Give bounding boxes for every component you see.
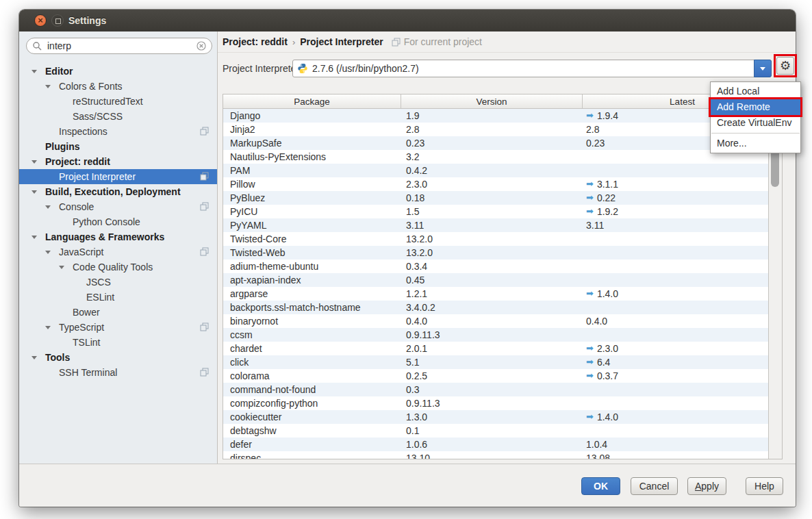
latest-cell: ➡6.4 [583, 355, 768, 369]
table-row[interactable]: Twisted-Core13.2.0 [223, 232, 768, 246]
sidebar-item-restructuredtext[interactable]: reStructuredText [19, 94, 217, 109]
expand-arrow-icon[interactable] [31, 236, 37, 239]
sidebar-item-label: Sass/SCSS [73, 111, 123, 122]
table-row[interactable]: Twisted-Web13.2.0 [223, 246, 768, 260]
table-row[interactable]: backports.ssl-match-hostname3.4.0.2 [223, 301, 768, 314]
version-cell: 1.3.0 [401, 410, 583, 424]
table-row[interactable]: Nautilus-PyExtensions3.2 [223, 150, 768, 164]
interpreter-combobox[interactable]: 2.7.6 (/usr/bin/python2.7) [292, 60, 772, 77]
copy-settings-icon [200, 127, 209, 136]
package-cell: Pillow [223, 177, 401, 191]
version-cell: 2.3.0 [401, 177, 583, 191]
table-row[interactable]: compizconfig-python0.9.11.3 [223, 396, 768, 410]
expand-arrow-icon[interactable] [45, 205, 51, 209]
package-cell: chardet [223, 342, 401, 355]
table-row[interactable]: debtagshw0.1 [223, 424, 768, 438]
ok-button[interactable]: OK [581, 477, 620, 495]
sidebar-item-typescript[interactable]: TypeScript [19, 320, 217, 335]
expand-arrow-icon[interactable] [59, 266, 64, 269]
help-button[interactable]: Help [746, 477, 783, 495]
table-header: Package Version Latest [223, 94, 782, 109]
menu-item-create-virtualenv[interactable]: Create VirtualEnv [711, 115, 800, 131]
table-row[interactable]: Pillow2.3.0➡3.1.1 [223, 177, 768, 191]
sidebar-item-sass-scss[interactable]: Sass/SCSS [19, 109, 217, 124]
table-row[interactable]: adium-theme-ubuntu0.3.4 [223, 260, 768, 273]
apply-button[interactable]: Apply [687, 477, 726, 495]
sidebar-item-tslint[interactable]: TSLint [19, 335, 217, 350]
sidebar-item-javascript[interactable]: JavaScript [19, 244, 217, 260]
column-header-version[interactable]: Version [401, 94, 583, 108]
latest-cell [583, 164, 768, 177]
table-row[interactable]: command-not-found0.3 [223, 383, 768, 396]
sidebar-item-console[interactable]: Console [19, 199, 217, 214]
table-row[interactable]: Jinja22.82.8 [223, 123, 768, 136]
version-cell: 1.0.6 [401, 438, 583, 451]
sidebar-item-jscs[interactable]: JSCS [19, 275, 217, 290]
sidebar-item-inspections[interactable]: Inspections [19, 124, 217, 139]
interpreter-dropdown-button[interactable] [754, 60, 772, 77]
table-row[interactable]: argparse1.2.1➡1.4.0 [223, 287, 768, 301]
expand-arrow-icon[interactable] [31, 70, 37, 73]
sidebar-item-code-quality-tools[interactable]: Code Quality Tools [19, 260, 217, 275]
table-row[interactable]: MarkupSafe0.230.23 [223, 136, 768, 150]
table-row[interactable]: cookiecutter1.3.0➡1.4.0 [223, 410, 768, 424]
menu-item-more[interactable]: More... [711, 136, 800, 151]
sidebar-item-ssh-terminal[interactable]: SSH Terminal [19, 365, 217, 380]
breadcrumb: Project: reddit › Project Interpreter Fo… [218, 31, 796, 53]
sidebar-item-editor[interactable]: Editor [19, 64, 217, 79]
version-cell: 2.0.1 [401, 342, 583, 355]
search-field[interactable] [26, 38, 212, 54]
table-row[interactable]: binaryornot0.4.00.4.0 [223, 314, 768, 328]
package-cell: cookiecutter [223, 410, 401, 424]
expand-arrow-icon[interactable] [31, 160, 37, 164]
sidebar-item-colors-fonts[interactable]: Colors & Fonts [19, 79, 217, 94]
table-row[interactable]: chardet2.0.1➡2.3.0 [223, 342, 768, 355]
table-row[interactable]: PAM0.4.2 [223, 164, 768, 177]
table-row[interactable]: PyYAML3.113.11 [223, 218, 768, 232]
sidebar-item-eslint[interactable]: ESLint [19, 290, 217, 305]
expand-arrow-icon[interactable] [45, 251, 51, 254]
sidebar-item-bower[interactable]: Bower [19, 305, 217, 320]
sidebar-item-languages-frameworks[interactable]: Languages & Frameworks [19, 229, 217, 244]
table-row[interactable]: ccsm0.9.11.3 [223, 328, 768, 342]
table-row[interactable]: PyICU1.5➡1.9.2 [223, 205, 768, 218]
maximize-icon[interactable] [51, 14, 64, 27]
latest-cell: ➡3.1.1 [583, 177, 768, 191]
sidebar-item-build-execution-deployment[interactable]: Build, Execution, Deployment [19, 184, 217, 199]
clear-icon[interactable] [196, 41, 206, 51]
expand-arrow-icon[interactable] [31, 190, 37, 194]
gear-button[interactable]: ⚙ [776, 57, 794, 75]
table-row[interactable]: apt-xapian-index0.45 [223, 273, 768, 287]
menu-item-add-local[interactable]: Add Local [711, 84, 800, 99]
breadcrumb-project[interactable]: Project: reddit [223, 36, 288, 47]
cancel-button[interactable]: Cancel [631, 477, 678, 495]
table-row[interactable]: Django1.9➡1.9.4 [223, 109, 768, 123]
sidebar-item-project-interpreter[interactable]: Project Interpreter [19, 169, 217, 184]
table-row[interactable]: dirspec13.1013.08 [223, 451, 768, 459]
table-row[interactable]: colorama0.2.5➡0.3.7 [223, 369, 768, 383]
sidebar-item-label: Tools [45, 352, 70, 363]
sidebar-item-project-reddit[interactable]: Project: reddit [19, 154, 217, 169]
package-cell: Twisted-Web [223, 246, 401, 260]
column-header-package[interactable]: Package [223, 94, 401, 108]
table-row[interactable]: click5.1➡6.4 [223, 355, 768, 369]
sidebar-item-tools[interactable]: Tools [19, 350, 217, 365]
close-icon[interactable] [34, 14, 47, 27]
search-input[interactable] [46, 40, 196, 52]
sidebar-item-python-console[interactable]: Python Console [19, 214, 217, 229]
table-scrollbar[interactable] [768, 109, 782, 459]
table-row[interactable]: defer1.0.61.0.4 [223, 438, 768, 451]
menu-item-add-remote[interactable]: Add Remote [711, 99, 800, 115]
expand-arrow-icon[interactable] [45, 326, 51, 329]
latest-value: 1.9.4 [597, 109, 618, 123]
latest-value: 1.4.0 [597, 287, 618, 301]
version-cell: 0.4.2 [401, 164, 583, 177]
version-cell: 0.3.4 [401, 260, 583, 273]
expand-arrow-icon[interactable] [31, 356, 37, 359]
package-cell: backports.ssl-match-hostname [223, 301, 401, 314]
table-row[interactable]: PyBluez0.18➡0.22 [223, 191, 768, 205]
sidebar-item-plugins[interactable]: Plugins [19, 139, 217, 154]
titlebar[interactable]: Settings [19, 10, 796, 32]
package-cell: Django [223, 109, 401, 123]
expand-arrow-icon[interactable] [45, 85, 51, 88]
